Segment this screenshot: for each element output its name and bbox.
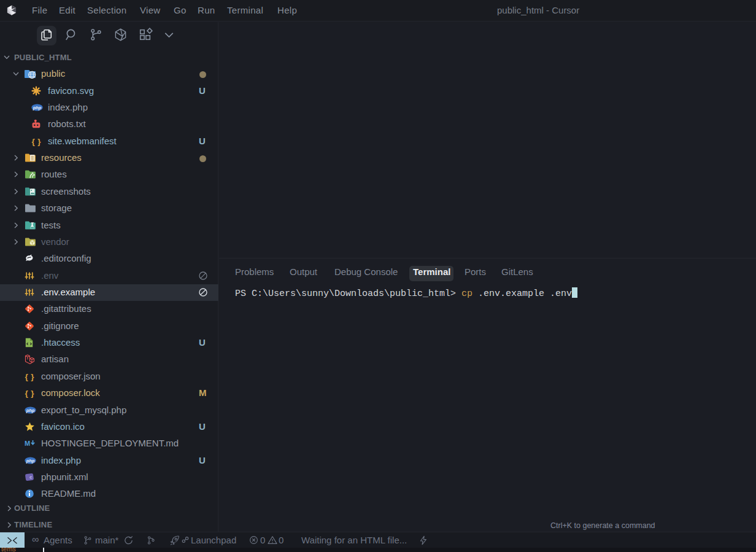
svg-text:php: php [26, 407, 35, 413]
svg-text:{ }: { } [25, 372, 34, 381]
svg-text:M: M [25, 440, 30, 447]
svg-text:php: php [26, 457, 35, 463]
svg-text:{ }: { } [25, 389, 34, 398]
svg-text:{ }: { } [31, 137, 41, 146]
svg-text:php: php [33, 105, 42, 111]
